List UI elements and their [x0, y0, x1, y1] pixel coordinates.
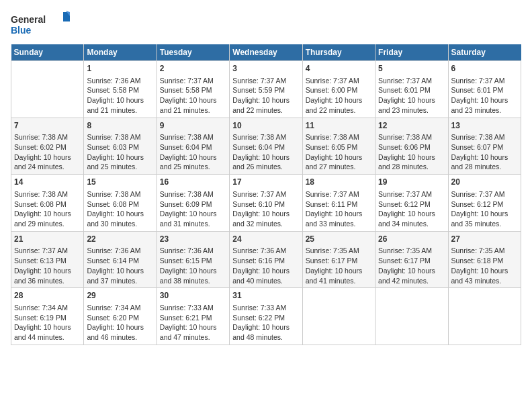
day-info: Sunrise: 7:38 AM Sunset: 6:08 PM Dayligh… [87, 189, 153, 229]
day-info: Sunrise: 7:36 AM Sunset: 6:16 PM Dayligh… [232, 246, 299, 285]
day-number: 31 [232, 290, 299, 302]
col-header-sunday: Sunday [11, 44, 84, 61]
calendar-cell: 14Sunrise: 7:38 AM Sunset: 6:08 PM Dayli… [11, 175, 84, 232]
day-number: 16 [160, 177, 226, 188]
day-info: Sunrise: 7:38 AM Sunset: 6:08 PM Dayligh… [14, 189, 81, 229]
week-row-1: 1Sunrise: 7:36 AM Sunset: 5:58 PM Daylig… [11, 61, 521, 118]
day-number: 24 [232, 234, 299, 245]
day-number: 17 [232, 177, 299, 188]
calendar-cell: 2Sunrise: 7:37 AM Sunset: 5:58 PM Daylig… [157, 61, 229, 118]
header-row: SundayMondayTuesdayWednesdayThursdayFrid… [11, 44, 521, 61]
day-number: 25 [306, 234, 372, 245]
day-info: Sunrise: 7:36 AM Sunset: 5:58 PM Dayligh… [87, 76, 153, 116]
calendar-cell: 1Sunrise: 7:36 AM Sunset: 5:58 PM Daylig… [84, 61, 157, 118]
calendar-cell: 4Sunrise: 7:37 AM Sunset: 6:00 PM Daylig… [302, 61, 375, 118]
day-info: Sunrise: 7:34 AM Sunset: 6:20 PM Dayligh… [87, 303, 153, 342]
day-number: 7 [14, 120, 81, 132]
day-info: Sunrise: 7:37 AM Sunset: 6:12 PM Dayligh… [378, 189, 445, 229]
calendar-cell: 26Sunrise: 7:35 AM Sunset: 6:17 PM Dayli… [375, 231, 448, 288]
day-number: 26 [378, 234, 445, 245]
day-number: 15 [87, 177, 153, 188]
col-header-wednesday: Wednesday [230, 44, 302, 61]
day-info: Sunrise: 7:37 AM Sunset: 6:12 PM Dayligh… [451, 189, 518, 229]
calendar-cell: 5Sunrise: 7:37 AM Sunset: 6:01 PM Daylig… [375, 61, 448, 118]
day-number: 13 [451, 120, 518, 132]
day-info: Sunrise: 7:34 AM Sunset: 6:19 PM Dayligh… [14, 303, 81, 342]
calendar-cell: 25Sunrise: 7:35 AM Sunset: 6:17 PM Dayli… [302, 231, 375, 288]
calendar-cell: 16Sunrise: 7:38 AM Sunset: 6:09 PM Dayli… [157, 175, 229, 232]
day-info: Sunrise: 7:37 AM Sunset: 6:01 PM Dayligh… [451, 76, 518, 116]
day-number: 1 [87, 63, 153, 75]
day-info: Sunrise: 7:38 AM Sunset: 6:09 PM Dayligh… [160, 189, 226, 229]
day-info: Sunrise: 7:37 AM Sunset: 6:01 PM Dayligh… [378, 76, 445, 116]
calendar-cell: 24Sunrise: 7:36 AM Sunset: 6:16 PM Dayli… [230, 231, 302, 288]
calendar-cell: 23Sunrise: 7:36 AM Sunset: 6:15 PM Dayli… [157, 231, 229, 288]
week-row-2: 7Sunrise: 7:38 AM Sunset: 6:02 PM Daylig… [11, 118, 521, 175]
day-info: Sunrise: 7:37 AM Sunset: 5:58 PM Dayligh… [160, 76, 226, 116]
calendar-cell: 7Sunrise: 7:38 AM Sunset: 6:02 PM Daylig… [11, 118, 84, 175]
calendar-cell [448, 288, 521, 345]
day-number: 6 [451, 63, 518, 75]
header: General Blue [11, 11, 521, 38]
day-number: 3 [232, 63, 299, 75]
calendar-cell: 19Sunrise: 7:37 AM Sunset: 6:12 PM Dayli… [375, 175, 448, 232]
day-number: 22 [87, 234, 153, 245]
day-number: 12 [378, 120, 445, 132]
calendar-cell: 20Sunrise: 7:37 AM Sunset: 6:12 PM Dayli… [448, 175, 521, 232]
day-info: Sunrise: 7:38 AM Sunset: 6:06 PM Dayligh… [378, 132, 445, 172]
col-header-saturday: Saturday [448, 44, 521, 61]
calendar-cell: 29Sunrise: 7:34 AM Sunset: 6:20 PM Dayli… [84, 288, 157, 345]
day-number: 29 [87, 290, 153, 302]
day-number: 5 [378, 63, 445, 75]
calendar-cell: 11Sunrise: 7:38 AM Sunset: 6:05 PM Dayli… [302, 118, 375, 175]
day-number: 2 [160, 63, 226, 75]
day-info: Sunrise: 7:33 AM Sunset: 6:21 PM Dayligh… [160, 303, 226, 342]
calendar-cell: 31Sunrise: 7:33 AM Sunset: 6:22 PM Dayli… [230, 288, 302, 345]
day-info: Sunrise: 7:38 AM Sunset: 6:05 PM Dayligh… [306, 132, 372, 172]
calendar-cell: 28Sunrise: 7:34 AM Sunset: 6:19 PM Dayli… [11, 288, 84, 345]
day-info: Sunrise: 7:36 AM Sunset: 6:14 PM Dayligh… [87, 246, 153, 285]
logo: General Blue [11, 11, 71, 38]
week-row-4: 21Sunrise: 7:37 AM Sunset: 6:13 PM Dayli… [11, 231, 521, 288]
day-number: 18 [306, 177, 372, 188]
calendar-cell: 3Sunrise: 7:37 AM Sunset: 5:59 PM Daylig… [230, 61, 302, 118]
week-row-5: 28Sunrise: 7:34 AM Sunset: 6:19 PM Dayli… [11, 288, 521, 345]
col-header-monday: Monday [84, 44, 157, 61]
calendar-cell: 17Sunrise: 7:37 AM Sunset: 6:10 PM Dayli… [230, 175, 302, 232]
calendar-cell [302, 288, 375, 345]
day-number: 4 [306, 63, 372, 75]
calendar-cell: 30Sunrise: 7:33 AM Sunset: 6:21 PM Dayli… [157, 288, 229, 345]
calendar-cell: 18Sunrise: 7:37 AM Sunset: 6:11 PM Dayli… [302, 175, 375, 232]
main-container: General Blue SundayMondayTuesdayWednesda… [0, 0, 532, 351]
day-info: Sunrise: 7:38 AM Sunset: 6:07 PM Dayligh… [451, 132, 518, 172]
day-info: Sunrise: 7:36 AM Sunset: 6:15 PM Dayligh… [160, 246, 226, 285]
day-info: Sunrise: 7:38 AM Sunset: 6:04 PM Dayligh… [160, 132, 226, 172]
day-number: 23 [160, 234, 226, 245]
day-number: 14 [14, 177, 81, 188]
calendar-cell [375, 288, 448, 345]
calendar-cell: 8Sunrise: 7:38 AM Sunset: 6:03 PM Daylig… [84, 118, 157, 175]
day-number: 28 [14, 290, 81, 302]
calendar-cell [11, 61, 84, 118]
col-header-tuesday: Tuesday [157, 44, 229, 61]
calendar-cell: 22Sunrise: 7:36 AM Sunset: 6:14 PM Dayli… [84, 231, 157, 288]
calendar-cell: 10Sunrise: 7:38 AM Sunset: 6:04 PM Dayli… [230, 118, 302, 175]
day-info: Sunrise: 7:37 AM Sunset: 5:59 PM Dayligh… [232, 76, 299, 116]
day-number: 11 [306, 120, 372, 132]
day-info: Sunrise: 7:38 AM Sunset: 6:03 PM Dayligh… [87, 132, 153, 172]
week-row-3: 14Sunrise: 7:38 AM Sunset: 6:08 PM Dayli… [11, 175, 521, 232]
day-info: Sunrise: 7:35 AM Sunset: 6:18 PM Dayligh… [451, 246, 518, 285]
day-info: Sunrise: 7:33 AM Sunset: 6:22 PM Dayligh… [232, 303, 299, 342]
logo-svg: General Blue [11, 11, 71, 38]
day-info: Sunrise: 7:37 AM Sunset: 6:13 PM Dayligh… [14, 246, 81, 285]
calendar-cell: 27Sunrise: 7:35 AM Sunset: 6:18 PM Dayli… [448, 231, 521, 288]
day-number: 10 [232, 120, 299, 132]
calendar-table: SundayMondayTuesdayWednesdayThursdayFrid… [11, 44, 521, 345]
calendar-cell: 6Sunrise: 7:37 AM Sunset: 6:01 PM Daylig… [448, 61, 521, 118]
svg-text:Blue: Blue [11, 25, 32, 36]
calendar-cell: 21Sunrise: 7:37 AM Sunset: 6:13 PM Dayli… [11, 231, 84, 288]
day-info: Sunrise: 7:37 AM Sunset: 6:11 PM Dayligh… [306, 189, 372, 229]
day-number: 8 [87, 120, 153, 132]
day-number: 27 [451, 234, 518, 245]
day-info: Sunrise: 7:37 AM Sunset: 6:00 PM Dayligh… [306, 76, 372, 116]
